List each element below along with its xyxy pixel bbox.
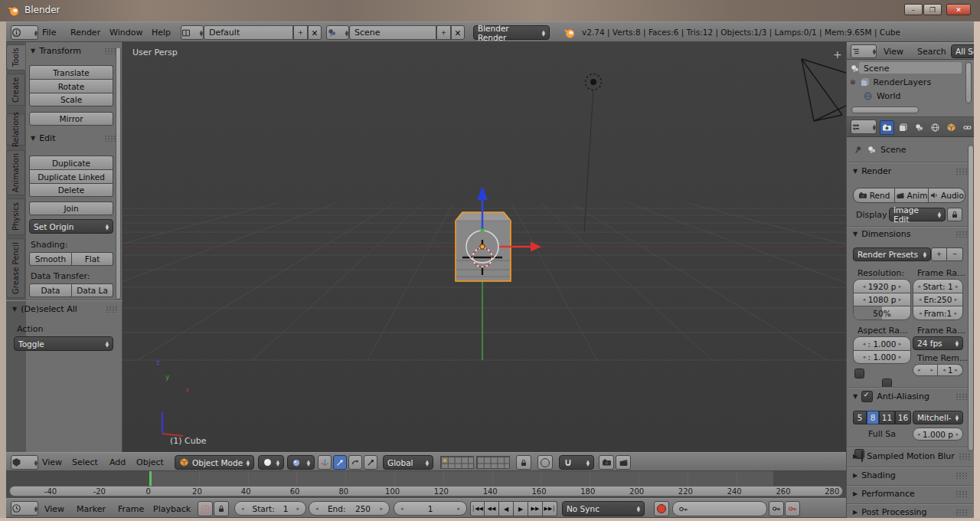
decrement-icon[interactable]: ◂ xyxy=(919,297,922,303)
screen-layout-icon-button[interactable]: ▲▼ xyxy=(181,25,204,40)
transform-orientation-select[interactable]: Global ▲▼ xyxy=(383,455,433,470)
motion-blur-checkbox[interactable] xyxy=(861,451,863,462)
manipulator-toggle-button[interactable] xyxy=(318,455,332,470)
render-presets-select[interactable]: Render Presets ▲▼ xyxy=(853,247,931,261)
outliner-item-renderlayers[interactable]: ⊕ RenderLayers xyxy=(850,76,931,88)
frame-rate-select[interactable]: 24 fps ▲▼ xyxy=(913,336,963,350)
region-expand-plus-icon[interactable]: + xyxy=(833,48,842,61)
shade-smooth-button[interactable]: Smooth xyxy=(29,252,72,266)
panel-header-edit[interactable]: ▼ Edit xyxy=(31,133,116,143)
tab-scene-context[interactable] xyxy=(912,120,926,135)
panel-header-anti-aliasing[interactable]: ▼ Anti-Aliasing xyxy=(853,391,968,402)
rotate-button[interactable]: Rotate xyxy=(29,79,113,93)
jump-prev-keyframe-button[interactable]: ◀◀ xyxy=(485,501,499,516)
menu-render[interactable]: Render xyxy=(70,22,100,43)
menu-view[interactable]: View xyxy=(44,499,64,519)
opengl-render-anim-button[interactable] xyxy=(616,455,631,470)
manipulator-rotate-button[interactable] xyxy=(348,455,362,470)
panel-grip-icon[interactable] xyxy=(956,168,968,175)
manipulator-scale-button[interactable] xyxy=(364,455,377,470)
viewport-3d[interactable]: User Persp z y x (1) Cube + xyxy=(122,42,846,452)
timeline-ruler[interactable]: -40-200204060801001201401601802002202402… xyxy=(9,486,843,496)
decrement-icon[interactable]: ◂ xyxy=(942,367,946,373)
tab-physics[interactable]: Physics xyxy=(6,198,25,235)
interaction-mode-select[interactable]: Object Mode ▲▼ xyxy=(175,455,254,470)
aa-samples-11-button[interactable]: 11 xyxy=(879,411,895,424)
tab-tools[interactable]: Tools xyxy=(6,44,25,70)
decrement-icon[interactable]: ◂ xyxy=(919,310,922,316)
panel-grip-icon[interactable] xyxy=(956,231,968,238)
shade-flat-button[interactable]: Flat xyxy=(72,252,113,266)
maximize-button[interactable]: ❐ xyxy=(923,4,942,15)
increment-icon[interactable]: ▸ xyxy=(930,367,933,373)
aa-filter-select[interactable]: Mitchell- ▲▼ xyxy=(913,411,963,424)
increment-icon[interactable]: ▸ xyxy=(899,354,902,360)
keying-set-field[interactable] xyxy=(672,501,767,516)
editor-type-selector[interactable]: ▲▼ xyxy=(11,455,38,470)
tab-relations[interactable]: Relations xyxy=(6,113,25,146)
scene-name-field[interactable]: Scene xyxy=(349,25,436,40)
translate-button[interactable]: Translate xyxy=(29,65,113,79)
remove-preset-button[interactable]: － xyxy=(947,247,963,261)
play-button[interactable]: ▶ xyxy=(514,501,528,516)
decrement-icon[interactable]: ◂ xyxy=(863,354,866,360)
decrement-icon[interactable]: ◂ xyxy=(917,431,920,437)
properties-scrollbar[interactable] xyxy=(968,145,974,451)
editor-type-selector[interactable]: ▲▼ xyxy=(851,120,877,134)
editor-type-selector[interactable]: ▲▼ xyxy=(851,44,877,58)
decrement-icon[interactable]: ◂ xyxy=(863,283,866,290)
aa-samples-16-button[interactable]: 16 xyxy=(895,411,911,424)
manipulator-translate-button[interactable] xyxy=(333,455,347,470)
insert-keyframe-button[interactable] xyxy=(769,501,784,516)
snap-select[interactable]: ▲▼ xyxy=(559,455,594,470)
use-preview-range-button[interactable] xyxy=(198,501,213,516)
scale-button[interactable]: Scale xyxy=(29,93,113,106)
decrement-icon[interactable]: ◂ xyxy=(863,297,866,303)
aspect-x-field[interactable]: ◂ : 1.000 ▸ xyxy=(853,336,911,350)
resolution-scale-slider[interactable]: 50% xyxy=(853,306,911,320)
camera-object[interactable] xyxy=(802,59,846,121)
layers-grid-b[interactable] xyxy=(476,456,510,469)
decrement-icon[interactable]: ◂ xyxy=(863,341,866,347)
jump-next-keyframe-button[interactable]: ▶▶ xyxy=(528,501,543,516)
panel-header-shading[interactable]: ▶ Shading xyxy=(853,470,968,480)
panel-header-dimensions[interactable]: ▼ Dimensions xyxy=(853,229,968,239)
menu-object[interactable]: Object xyxy=(136,453,164,472)
render-still-button[interactable]: Rend xyxy=(853,188,895,203)
render-animation-button[interactable]: Anim xyxy=(895,188,929,203)
increment-icon[interactable]: ▸ xyxy=(955,297,958,303)
screen-layout-name-field[interactable]: Default xyxy=(204,25,293,40)
frame-start-field[interactable]: ◂ Start: 1 ▸ xyxy=(234,501,306,516)
editor-type-selector[interactable]: ▲▼ xyxy=(11,25,38,40)
decrement-icon[interactable]: ◂ xyxy=(315,506,318,512)
jump-to-end-button[interactable]: ▶▶│ xyxy=(543,501,557,516)
pin-icon[interactable] xyxy=(851,143,864,156)
menu-view[interactable]: View xyxy=(884,43,903,61)
increment-icon[interactable]: ▸ xyxy=(956,431,959,437)
display-scope-select[interactable]: All Sc xyxy=(951,44,974,58)
timeline-canvas[interactable]: -40-200204060801001201401601802002202402… xyxy=(6,471,846,498)
tab-animation[interactable]: Animation xyxy=(6,150,25,195)
outliner-item-scene[interactable]: Scene xyxy=(850,62,890,74)
menu-frame[interactable]: Frame xyxy=(118,499,144,519)
duplicate-button[interactable]: Duplicate xyxy=(29,156,113,169)
tab-renderlayers-context[interactable] xyxy=(896,120,910,135)
menu-add[interactable]: Add xyxy=(109,453,126,472)
increment-icon[interactable]: ▸ xyxy=(955,367,958,373)
display-lock-button[interactable] xyxy=(947,208,962,221)
lock-range-button[interactable] xyxy=(214,501,229,516)
tab-world-context[interactable] xyxy=(928,120,942,135)
frame-step-field[interactable]: ◂ Fram:1 ▸ xyxy=(913,306,963,320)
resolution-y-field[interactable]: ◂ 1080 p ▸ xyxy=(853,293,911,306)
delete-keyframe-button[interactable] xyxy=(785,501,800,516)
proportional-edit-button[interactable] xyxy=(537,455,553,470)
increment-icon[interactable]: ▸ xyxy=(955,310,958,316)
scene-selector-icon-button[interactable]: ▲▼ xyxy=(326,25,349,40)
titlebar[interactable]: Blender – ❐ ✕ xyxy=(0,0,980,21)
increment-icon[interactable]: ▸ xyxy=(380,506,383,512)
layers-grid-a[interactable] xyxy=(440,456,474,469)
decrement-icon[interactable]: ◂ xyxy=(917,367,920,373)
outliner-item-world[interactable]: World xyxy=(863,90,901,102)
tab-render-context[interactable] xyxy=(880,120,894,135)
current-frame-field[interactable]: ◂ 1 ▸ xyxy=(394,501,467,516)
